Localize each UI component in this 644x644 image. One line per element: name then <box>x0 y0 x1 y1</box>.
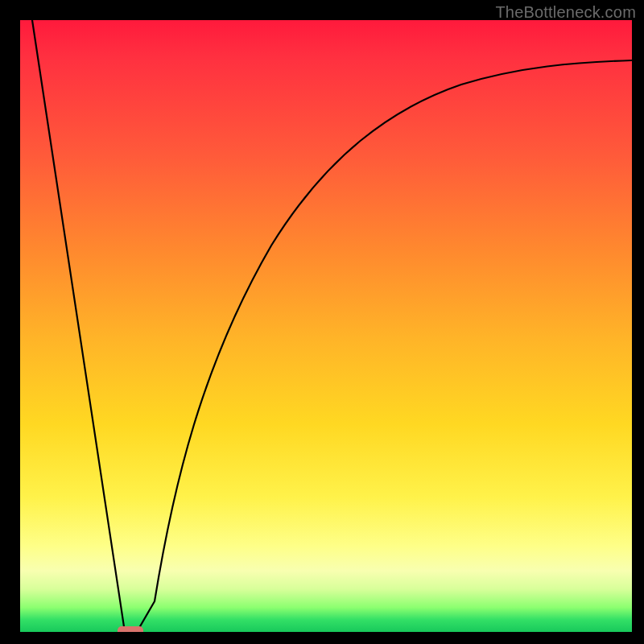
chart-frame: TheBottleneck.com <box>0 0 644 644</box>
bottleneck-curve <box>32 20 632 632</box>
plot-area <box>20 20 632 632</box>
watermark-text: TheBottleneck.com <box>495 3 636 22</box>
valley-marker <box>118 626 143 632</box>
curve-layer <box>20 20 632 632</box>
